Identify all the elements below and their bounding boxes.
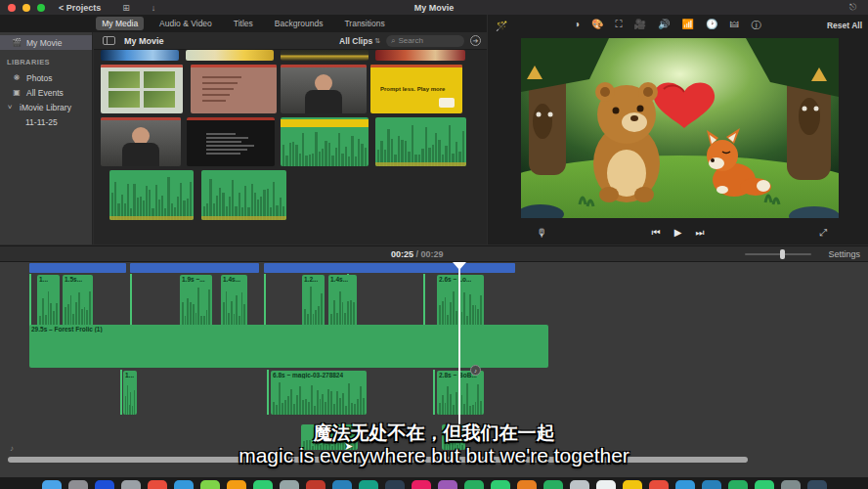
timeline-clip[interactable]: 1.9s ~... <box>180 275 212 327</box>
dock-app-icon[interactable] <box>174 480 194 489</box>
timeline-clip[interactable]: 2.6s ~ Lo... <box>437 275 484 327</box>
timeline-clip[interactable]: 1.4s... <box>328 275 357 327</box>
forward-circle-icon[interactable]: ➔ <box>470 35 481 46</box>
dock-app-icon[interactable] <box>623 480 642 489</box>
dock-app-icon[interactable] <box>728 480 748 489</box>
dock-app-icon[interactable] <box>253 480 273 489</box>
media-thumbnail-browser-shot[interactable] <box>101 65 183 113</box>
media-browser-title: My Movie <box>124 36 164 46</box>
volume-icon[interactable]: 🔊 <box>658 19 670 32</box>
dock-app-icon[interactable] <box>596 480 616 489</box>
media-thumbnail-strip-blue[interactable] <box>101 50 179 61</box>
dock-app-icon[interactable] <box>42 480 62 489</box>
timeline-video-bar[interactable] <box>264 263 515 273</box>
playhead-line[interactable] <box>458 262 460 424</box>
dock-app-icon[interactable] <box>332 480 352 489</box>
filters-icon[interactable]: 🜲 <box>729 19 739 32</box>
timeline-clip[interactable]: 29.5s – Forest Frolic (1) <box>29 325 548 368</box>
dock-app-icon[interactable] <box>807 480 827 489</box>
playhead-marker[interactable] <box>453 262 466 270</box>
dock-app-icon[interactable] <box>781 480 801 489</box>
dock-app-icon[interactable] <box>95 480 114 489</box>
reset-all-button[interactable]: Reset All <box>827 21 862 30</box>
sidebar-item-all-events[interactable]: ▣ All Events <box>0 85 92 100</box>
preview-viewer[interactable] <box>521 38 839 218</box>
timeline-clip[interactable]: 2.8s ~ BoB... <box>437 371 484 415</box>
timeline-clip[interactable]: 1... <box>37 275 60 327</box>
timeline-video-bar[interactable] <box>29 263 126 273</box>
tab-transitions[interactable]: Transitions <box>338 17 390 30</box>
media-thumbnail-person[interactable] <box>281 65 367 113</box>
dock-app-icon[interactable] <box>200 480 220 489</box>
timeline-clip[interactable]: 1... <box>123 371 137 415</box>
dock-app-icon[interactable] <box>280 480 299 489</box>
dock-app-icon[interactable] <box>227 480 246 489</box>
crop-icon[interactable]: ⛶ <box>616 19 623 32</box>
media-thumbnail-code-screen[interactable] <box>187 117 275 166</box>
dock-app-icon[interactable] <box>148 480 167 489</box>
dock-app-icon[interactable] <box>702 480 721 489</box>
timeline-clip[interactable]: 1.2... <box>302 275 325 327</box>
zoom-slider-thumb[interactable] <box>780 249 785 259</box>
previous-frame-button[interactable]: ⏮ <box>652 227 661 239</box>
media-thumbnail-audio-yellowtop[interactable] <box>281 117 369 166</box>
share-icon[interactable]: ⎋ <box>849 2 856 13</box>
tab-backgrounds[interactable]: Backgrounds <box>269 17 329 30</box>
clips-filter-dropdown[interactable]: All Clips <box>339 36 372 46</box>
dock-app-icon[interactable] <box>438 480 457 489</box>
media-thumbnail-yellow-slide[interactable]: Prompt less. Play more <box>370 65 462 113</box>
dock-app-icon[interactable] <box>306 480 326 489</box>
dock-app-icon[interactable] <box>675 480 695 489</box>
dock-app-icon[interactable] <box>570 480 589 489</box>
sidebar-item-photos[interactable]: ❋ Photos <box>0 70 92 85</box>
dock-app-icon[interactable] <box>121 480 141 489</box>
dock-app-icon[interactable] <box>543 480 563 489</box>
tab-titles[interactable]: Titles <box>228 17 259 30</box>
clip-audio-badge-icon[interactable]: ♪ <box>470 365 481 376</box>
timeline-clip[interactable]: 1.5s... <box>63 275 93 327</box>
dock-app-icon[interactable] <box>359 480 378 489</box>
media-thumbnail-strip-dark[interactable] <box>281 50 369 61</box>
adjust-toolbar: 🪄 ◑🎨⛶🎥🔊📶🕑🜲ⓘ Reset All <box>488 15 868 36</box>
media-thumbnail-document[interactable] <box>191 65 277 113</box>
dock-app-icon[interactable] <box>491 480 510 489</box>
color-correction-icon[interactable]: 🎨 <box>591 19 603 32</box>
dock-app-icon[interactable] <box>517 480 537 489</box>
macos-dock[interactable] <box>0 477 868 489</box>
dock-app-icon[interactable] <box>755 480 774 489</box>
noise-reduction-icon[interactable]: 📶 <box>682 19 694 32</box>
next-frame-button[interactable]: ⏭ <box>695 227 704 239</box>
media-thumbnail-strip-red[interactable] <box>375 50 465 61</box>
timeline-clip[interactable]: 1.4s... <box>221 275 247 327</box>
dock-app-icon[interactable] <box>385 480 405 489</box>
color-balance-icon[interactable]: ◑ <box>574 19 580 32</box>
dock-app-icon[interactable] <box>649 480 669 489</box>
timeline-clip[interactable]: 6.8s ~ magic-03-278824 <box>271 371 367 415</box>
tab-audio-video[interactable]: Audio & Video <box>153 17 218 30</box>
media-thumbnail-audio-decay[interactable] <box>201 170 286 220</box>
timeline-zoom-slider[interactable] <box>745 253 811 255</box>
fullscreen-icon[interactable]: ⤢ <box>819 227 827 239</box>
media-thumbnail-strip-cream[interactable] <box>186 50 274 61</box>
sidebar-item-label: iMovie Library <box>20 103 71 112</box>
enhance-wand-icon[interactable]: 🪄 <box>496 21 507 31</box>
timeline-video-bar[interactable] <box>130 263 259 273</box>
sidebar-item-11-11-25[interactable]: 11-11-25 <box>0 114 92 129</box>
sidebar-item-my-movie[interactable]: 🎬 My Movie <box>0 35 92 50</box>
media-thumbnail-audio-spikes[interactable] <box>109 170 194 220</box>
dock-app-icon[interactable] <box>464 480 484 489</box>
dock-app-icon[interactable] <box>68 480 88 489</box>
tab-my-media[interactable]: My Media <box>96 17 144 30</box>
search-input[interactable]: ⌕ Search <box>386 35 464 47</box>
sidebar-item-imovie-library[interactable]: ˅ iMovie Library <box>0 100 92 114</box>
preview-frame-bear-fox-scene <box>521 38 839 218</box>
stabilization-icon[interactable]: 🎥 <box>634 19 646 32</box>
media-thumbnail-person[interactable] <box>101 117 181 166</box>
dock-app-icon[interactable] <box>412 480 431 489</box>
media-thumbnail-audio-spikes[interactable] <box>375 117 466 166</box>
play-button[interactable]: ▶ <box>674 227 682 239</box>
info-icon[interactable]: ⓘ <box>751 19 760 32</box>
timeline-settings-button[interactable]: Settings <box>828 249 860 259</box>
sidebar-toggle-icon[interactable] <box>103 36 115 45</box>
speed-icon[interactable]: 🕑 <box>706 19 717 32</box>
